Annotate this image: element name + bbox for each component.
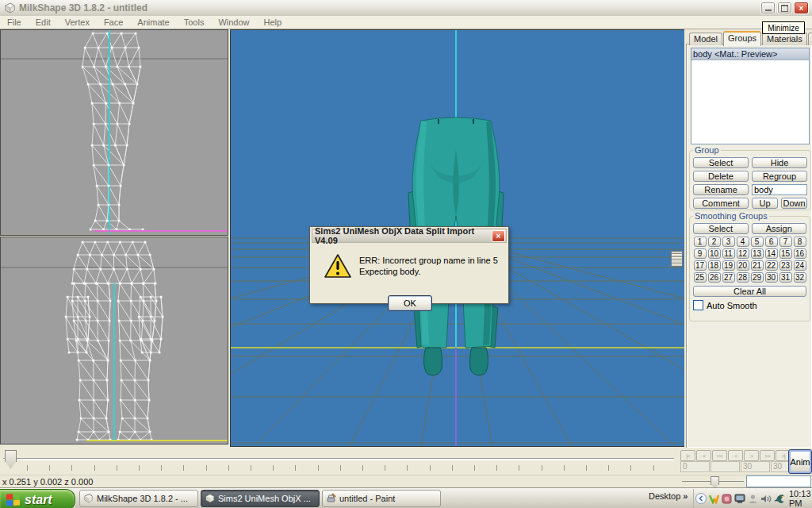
smoothing-select-button[interactable]: Select (693, 223, 749, 234)
smoothing-group-button-26[interactable]: 26 (708, 272, 721, 283)
dialog-title-bar[interactable]: Sims2 UniMesh ObjX Data Split Import V4.… (312, 229, 507, 243)
messenger-icon[interactable] (709, 493, 719, 504)
menu-item-help[interactable]: Help (257, 17, 289, 28)
smoothing-group-button-16[interactable]: 16 (794, 248, 806, 259)
tab-joints[interactable]: Joints (808, 33, 812, 45)
menu-item-window[interactable]: Window (211, 17, 256, 28)
transport-button-4[interactable]: > (744, 450, 759, 461)
bird-icon[interactable] (774, 493, 785, 504)
smoothing-group-button-12[interactable]: 12 (737, 248, 749, 259)
taskbar-task-0[interactable]: MilkShape 3D 1.8.2 - ... (79, 490, 198, 507)
auto-smooth-checkbox[interactable] (693, 300, 703, 310)
comment-button[interactable]: Comment (693, 198, 749, 209)
frame-field-0[interactable]: 0 (680, 461, 710, 472)
status-input-box[interactable] (746, 475, 811, 487)
transport-button-5[interactable]: >> (760, 450, 775, 461)
groups-list[interactable]: body <Mat.: Preview> (691, 48, 810, 144)
wireframe-side-view (1, 30, 228, 235)
smoothing-group-button-31[interactable]: 31 (779, 272, 792, 283)
down-button[interactable]: Down (781, 198, 807, 209)
smoothing-group-button-2[interactable]: 2 (708, 237, 721, 247)
restore-button[interactable] (777, 2, 792, 14)
ok-button[interactable]: OK (388, 295, 432, 311)
app-pink-icon[interactable] (722, 493, 732, 504)
desktop-toolbar-label[interactable]: Desktop (649, 491, 680, 501)
user-icon[interactable] (748, 493, 758, 504)
menu-item-edit[interactable]: Edit (29, 17, 58, 28)
groups-list-item[interactable]: body <Mat.: Preview> (691, 48, 809, 60)
menu-item-vertex[interactable]: Vertex (58, 17, 97, 28)
timeline-track[interactable] (3, 458, 674, 460)
smoothing-group-button-6[interactable]: 6 (765, 237, 778, 247)
clear-all-button[interactable]: Clear All (693, 286, 806, 297)
smoothing-group-button-23[interactable]: 23 (779, 260, 792, 271)
taskbar-clock: 10:13 PM (789, 489, 812, 508)
hide-button[interactable]: Hide (752, 157, 807, 168)
select-button[interactable]: Select (693, 157, 749, 168)
rename-button[interactable]: Rename (693, 184, 749, 195)
minimize-button[interactable] (760, 2, 776, 14)
task-label: MilkShape 3D 1.8.2 - ... (97, 494, 188, 503)
smoothing-group-button-32[interactable]: 32 (794, 272, 806, 283)
smoothing-group-button-27[interactable]: 27 (722, 272, 735, 283)
dialog-close-button[interactable]: × (492, 230, 505, 242)
smoothing-group-button-29[interactable]: 29 (751, 272, 764, 283)
transport-button-1[interactable]: < (696, 450, 711, 461)
smoothing-group-button-11[interactable]: 11 (722, 248, 735, 259)
smoothing-group-button-20[interactable]: 20 (737, 260, 749, 271)
viewport-front-wireframe[interactable] (0, 237, 228, 444)
smoothing-group-button-3[interactable]: 3 (722, 237, 735, 247)
transport-button-3[interactable]: < (728, 450, 743, 461)
smoothing-group-button-17[interactable]: 17 (694, 260, 707, 271)
smoothing-group-button-15[interactable]: 15 (779, 248, 792, 259)
tab-model[interactable]: Model (689, 33, 722, 45)
smoothing-group-button-21[interactable]: 21 (751, 260, 764, 271)
tab-materials[interactable]: Materials (762, 33, 807, 45)
volume-icon[interactable] (760, 493, 772, 504)
group-box: Group Select Hide Delete Regroup Rename … (689, 145, 811, 210)
display-icon[interactable] (734, 493, 745, 504)
smoothing-group-button-14[interactable]: 14 (765, 248, 778, 259)
smoothing-group-button-28[interactable]: 28 (737, 272, 749, 283)
menu-item-file[interactable]: File (0, 17, 29, 28)
close-button[interactable]: × (794, 2, 809, 14)
smoothing-group-button-19[interactable]: 19 (722, 260, 735, 271)
anim-toggle-button[interactable]: Anim (788, 449, 812, 474)
start-button[interactable]: start (0, 489, 75, 508)
group-name-input[interactable] (752, 184, 807, 195)
smoothing-group-button-24[interactable]: 24 (794, 260, 806, 271)
regroup-button[interactable]: Regroup (752, 171, 807, 182)
tab-groups[interactable]: Groups (723, 31, 761, 46)
menu-item-animate[interactable]: Animate (130, 17, 176, 28)
smoothing-group-button-22[interactable]: 22 (765, 260, 778, 271)
smoothing-group-button-30[interactable]: 30 (765, 272, 778, 283)
dialog-message-line2: Expecting body. (359, 266, 498, 277)
up-button[interactable]: Up (752, 198, 778, 209)
transport-button-2[interactable]: << (712, 450, 727, 461)
smoothing-group-button-8[interactable]: 8 (794, 237, 806, 247)
viewport-side-wireframe[interactable] (0, 29, 228, 236)
taskbar-task-2[interactable]: untitled - Paint (322, 490, 441, 507)
smoothing-group-button-25[interactable]: 25 (694, 272, 707, 283)
splitter-grip[interactable] (671, 251, 683, 267)
smoothing-group-button-7[interactable]: 7 (779, 237, 792, 247)
timeline-handle[interactable] (5, 450, 17, 468)
transport-button-0[interactable]: |< (680, 450, 695, 461)
frame-field-2[interactable]: 30 (741, 461, 770, 472)
taskbar-task-1[interactable]: Sims2 UniMesh ObjX ... (201, 490, 320, 507)
smoothing-group-button-18[interactable]: 18 (708, 260, 721, 271)
smoothing-group-button-10[interactable]: 10 (708, 248, 721, 259)
frame-field-1[interactable] (710, 461, 740, 472)
smoothing-group-button-1[interactable]: 1 (694, 237, 707, 247)
smoothing-group-button-4[interactable]: 4 (737, 237, 749, 247)
delete-button[interactable]: Delete (693, 171, 749, 182)
menu-item-tools[interactable]: Tools (177, 17, 212, 28)
toolbar-overflow-chevron[interactable]: » (683, 491, 688, 501)
collapse-chevron-icon[interactable] (695, 493, 707, 504)
smoothing-group-button-13[interactable]: 13 (751, 248, 764, 259)
smoothing-assign-button[interactable]: Assign (752, 223, 807, 234)
smoothing-group-button-9[interactable]: 9 (694, 248, 707, 259)
menu-item-face[interactable]: Face (97, 17, 130, 28)
panel-minimize-button[interactable]: Minimize (762, 21, 805, 34)
smoothing-group-button-5[interactable]: 5 (751, 237, 764, 247)
